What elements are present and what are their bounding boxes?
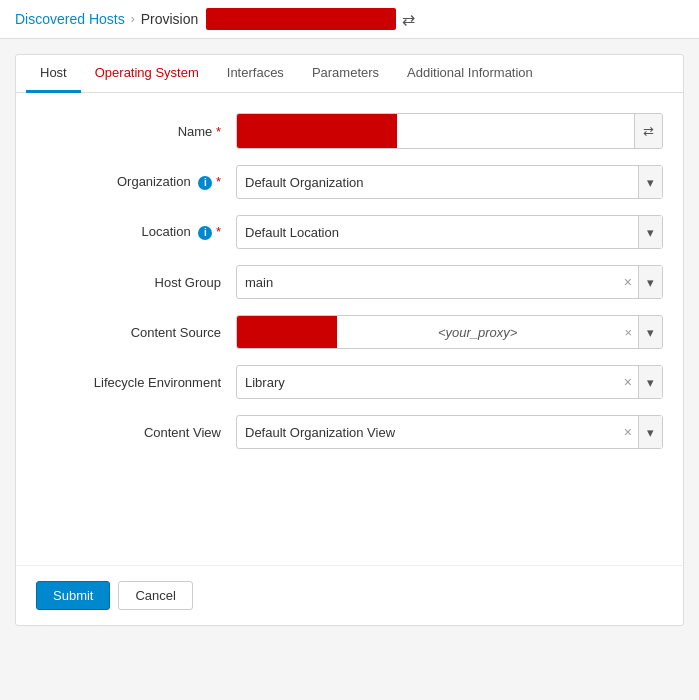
- name-input-group: ⇄: [236, 113, 663, 149]
- org-required: *: [216, 174, 221, 189]
- location-control-wrapper: Default Location ▾: [236, 215, 663, 249]
- transfer-icon[interactable]: ⇄: [402, 10, 415, 29]
- contentsource-select[interactable]: <your_proxy> × ▾: [236, 315, 663, 349]
- org-dropdown-arrow[interactable]: ▾: [638, 166, 662, 198]
- contentview-dropdown-arrow[interactable]: ▾: [638, 416, 662, 448]
- form-card: Host Operating System Interfaces Paramet…: [15, 54, 684, 626]
- lifecycle-dropdown-arrow[interactable]: ▾: [638, 366, 662, 398]
- name-group: Name * ⇄: [36, 113, 663, 149]
- hostgroup-label: Host Group: [36, 275, 236, 290]
- tab-operating-system[interactable]: Operating System: [81, 55, 213, 93]
- contentsource-clear[interactable]: ×: [618, 325, 638, 340]
- breadcrumb-link[interactable]: Discovered Hosts: [15, 11, 125, 27]
- organization-select[interactable]: Default Organization ▾: [236, 165, 663, 199]
- breadcrumb-bar: Discovered Hosts › Provision ⇄: [0, 0, 699, 39]
- organization-group: Organization i * Default Organization ▾: [36, 165, 663, 199]
- hostgroup-select[interactable]: main × ▾: [236, 265, 663, 299]
- contentview-clear[interactable]: ×: [618, 424, 638, 440]
- breadcrumb-redacted-value: [206, 8, 396, 30]
- lifecycle-label: Lifecycle Environment: [36, 375, 236, 390]
- org-info-icon[interactable]: i: [198, 176, 212, 190]
- hostgroup-value: main: [237, 275, 618, 290]
- contentsource-group: Content Source <your_proxy> × ▾: [36, 315, 663, 349]
- name-required: *: [216, 124, 221, 139]
- contentsource-control-wrapper: <your_proxy> × ▾: [236, 315, 663, 349]
- hostgroup-control-wrapper: main × ▾: [236, 265, 663, 299]
- name-input[interactable]: [397, 114, 634, 148]
- name-control-wrapper: ⇄: [236, 113, 663, 149]
- contentsource-proxy-text: <your_proxy>: [337, 325, 618, 340]
- name-redacted: [237, 114, 397, 148]
- lifecycle-value: Library: [237, 375, 618, 390]
- organization-label: Organization i *: [36, 174, 236, 190]
- lifecycle-control-wrapper: Library × ▾: [236, 365, 663, 399]
- organization-value: Default Organization: [237, 175, 638, 190]
- organization-control-wrapper: Default Organization ▾: [236, 165, 663, 199]
- location-select[interactable]: Default Location ▾: [236, 215, 663, 249]
- lifecycle-clear[interactable]: ×: [618, 374, 638, 390]
- breadcrumb-current-label: Provision: [141, 11, 199, 27]
- tab-interfaces[interactable]: Interfaces: [213, 55, 298, 93]
- breadcrumb-separator: ›: [131, 12, 135, 26]
- random-icon: ⇄: [643, 124, 654, 139]
- contentview-control-wrapper: Default Organization View × ▾: [236, 415, 663, 449]
- location-info-icon[interactable]: i: [198, 226, 212, 240]
- name-label: Name *: [36, 124, 236, 139]
- lifecycle-select[interactable]: Library × ▾: [236, 365, 663, 399]
- hostgroup-group: Host Group main × ▾: [36, 265, 663, 299]
- breadcrumb-current: Provision: [141, 8, 397, 30]
- tab-host[interactable]: Host: [26, 55, 81, 93]
- hostgroup-dropdown-arrow[interactable]: ▾: [638, 266, 662, 298]
- contentview-select[interactable]: Default Organization View × ▾: [236, 415, 663, 449]
- cancel-button[interactable]: Cancel: [118, 581, 192, 610]
- location-group: Location i * Default Location ▾: [36, 215, 663, 249]
- contentview-value: Default Organization View: [237, 425, 618, 440]
- contentsource-redacted: [237, 316, 337, 348]
- hostgroup-clear[interactable]: ×: [618, 274, 638, 290]
- lifecycle-group: Lifecycle Environment Library × ▾: [36, 365, 663, 399]
- form-footer: Submit Cancel: [16, 565, 683, 625]
- name-random-btn[interactable]: ⇄: [634, 114, 662, 148]
- tab-additional-information[interactable]: Additional Information: [393, 55, 547, 93]
- location-required: *: [216, 224, 221, 239]
- location-dropdown-arrow[interactable]: ▾: [638, 216, 662, 248]
- location-label: Location i *: [36, 224, 236, 240]
- spacer: [36, 465, 663, 545]
- location-value: Default Location: [237, 225, 638, 240]
- contentsource-label: Content Source: [36, 325, 236, 340]
- tab-parameters[interactable]: Parameters: [298, 55, 393, 93]
- contentview-group: Content View Default Organization View ×…: [36, 415, 663, 449]
- form-body: Name * ⇄ Organization i: [16, 93, 683, 565]
- contentview-label: Content View: [36, 425, 236, 440]
- tabs-container: Host Operating System Interfaces Paramet…: [16, 55, 683, 93]
- contentsource-dropdown-arrow[interactable]: ▾: [638, 316, 662, 348]
- main-content: Host Operating System Interfaces Paramet…: [0, 39, 699, 641]
- submit-button[interactable]: Submit: [36, 581, 110, 610]
